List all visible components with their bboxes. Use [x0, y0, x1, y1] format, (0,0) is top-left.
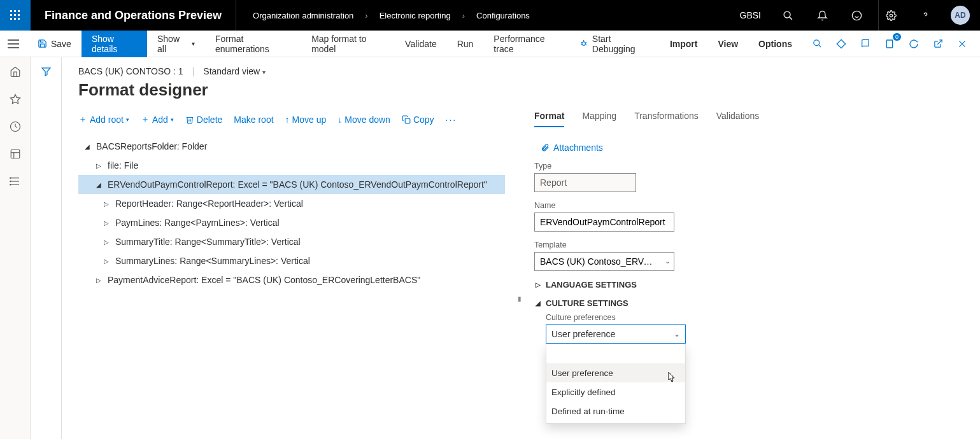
map-format-to-model-button[interactable]: Map format to model	[301, 31, 395, 57]
twisty-collapsed-icon[interactable]: ▷	[94, 277, 104, 284]
svg-point-9	[784, 11, 790, 18]
format-enumerations-button[interactable]: Format enumerations	[205, 31, 301, 57]
move-up-button[interactable]: ↑Move up	[285, 115, 327, 125]
start-debugging-button[interactable]: Start Debugging	[569, 31, 659, 57]
settings-button[interactable]	[878, 0, 904, 31]
copy-icon	[402, 115, 411, 124]
template-combo[interactable]: ⌄	[534, 252, 674, 271]
culture-preferences-combo[interactable]: User preference ⌄	[546, 324, 686, 344]
run-button[interactable]: Run	[447, 31, 484, 57]
twisty-collapsed-icon[interactable]: ▷	[101, 258, 111, 265]
copy-button[interactable]: Copy	[402, 115, 434, 125]
tab-mapping[interactable]: Mapping	[582, 111, 616, 127]
chevron-right-icon: ›	[462, 11, 465, 20]
twisty-expanded-icon[interactable]: ◢	[82, 143, 92, 150]
tree-node[interactable]: ◢BACSReportsFolder: Folder	[78, 137, 505, 156]
rail-home-button[interactable]	[10, 66, 21, 80]
twisty-expanded-icon[interactable]: ◢	[94, 181, 104, 188]
notification-count-button[interactable]: 0	[881, 35, 898, 53]
tree-node-label: PaymentAdviceReport: Excel = "BACS (UK) …	[104, 275, 420, 285]
divider: |	[192, 66, 195, 76]
search-button[interactable]	[775, 0, 800, 31]
user-avatar[interactable]: AD	[951, 6, 970, 25]
refresh-button[interactable]	[905, 35, 923, 53]
culture-preferences-label: Culture preferences	[546, 313, 963, 322]
dropdown-option-explicitly-defined[interactable]: Explicitly defined	[546, 382, 685, 401]
app-launcher-button[interactable]	[0, 0, 31, 31]
svg-rect-7	[14, 18, 16, 20]
dropdown-option-defined-at-runtime[interactable]: Defined at run-time	[546, 401, 685, 421]
svg-line-10	[790, 17, 792, 19]
type-label: Type	[534, 162, 963, 171]
star-icon	[10, 94, 21, 105]
svg-point-26	[814, 40, 820, 46]
move-down-button[interactable]: ↓Move down	[337, 115, 390, 125]
rail-favorites-button[interactable]	[10, 94, 21, 107]
page-title: Format designer	[78, 80, 505, 100]
add-button[interactable]: ＋Add▾	[141, 114, 174, 125]
close-button[interactable]	[953, 35, 971, 53]
feedback-button[interactable]	[844, 0, 869, 31]
notifications-button[interactable]	[809, 0, 835, 31]
import-menu[interactable]: Import	[660, 31, 708, 57]
breadcrumb-item[interactable]: Configurations	[476, 11, 530, 20]
rail-recent-button[interactable]	[10, 121, 21, 134]
tab-transformations[interactable]: Transformations	[634, 111, 699, 127]
name-field[interactable]	[534, 213, 674, 232]
help-button[interactable]	[913, 0, 938, 31]
attachments-link[interactable]: Attachments	[541, 143, 963, 153]
rail-workspaces-button[interactable]	[10, 148, 21, 162]
more-button[interactable]: ···	[446, 115, 457, 125]
close-icon	[958, 39, 967, 48]
tree-node[interactable]: ▷SummaryLines: Range<SummaryLines>: Vert…	[78, 251, 505, 270]
show-all-menu[interactable]: Show all▾	[147, 31, 205, 57]
attachment-button[interactable]	[856, 35, 874, 53]
company-code[interactable]: GBSI	[735, 10, 766, 20]
tree-toolbar: ＋Add root▾ ＋Add▾ Delete Make root ↑Move …	[78, 114, 505, 125]
search-command[interactable]	[802, 31, 832, 57]
chevron-right-icon: ›	[365, 11, 367, 20]
tab-format[interactable]: Format	[534, 111, 564, 127]
tree-node[interactable]: ▷ReportHeader: Range<ReportHeader>: Vert…	[78, 194, 505, 213]
validate-button[interactable]: Validate	[395, 31, 447, 57]
save-label: Save	[51, 39, 71, 49]
view-menu[interactable]: View	[707, 31, 748, 57]
filter-button[interactable]	[41, 66, 52, 439]
show-details-button[interactable]: Show details	[82, 31, 147, 57]
language-settings-header[interactable]: ▷LANGUAGE SETTINGS	[536, 280, 963, 289]
breadcrumb-item[interactable]: Organization administration	[253, 11, 353, 20]
splitter-handle[interactable]: ▮	[518, 66, 522, 439]
performance-trace-button[interactable]: Performance trace	[483, 31, 569, 57]
type-field[interactable]	[534, 173, 636, 192]
rail-modules-button[interactable]	[10, 176, 21, 189]
culture-settings-header[interactable]: ◢CULTURE SETTINGS	[536, 298, 963, 308]
tree-node[interactable]: ▷PaymentAdviceReport: Excel = "BACS (UK)…	[78, 270, 505, 289]
save-button[interactable]: Save	[27, 31, 82, 57]
add-root-button[interactable]: ＋Add root▾	[78, 114, 129, 125]
make-root-button[interactable]: Make root	[234, 115, 273, 125]
delete-button[interactable]: Delete	[185, 115, 222, 125]
chevron-down-icon: ▾	[192, 40, 195, 47]
twisty-collapsed-icon[interactable]: ▷	[101, 220, 111, 226]
tree-node[interactable]: ▷SummaryTitle: Range<SummaryTitle>: Vert…	[78, 232, 505, 251]
view-selector[interactable]: Standard view▾	[203, 66, 266, 76]
svg-marker-28	[837, 39, 845, 48]
options-menu[interactable]: Options	[748, 31, 802, 57]
twisty-collapsed-icon[interactable]: ▷	[101, 239, 111, 246]
template-field[interactable]	[534, 252, 674, 271]
twisty-collapsed-icon[interactable]: ▷	[101, 200, 111, 207]
nav-toggle-button[interactable]	[0, 31, 27, 57]
related-info-button[interactable]	[832, 35, 850, 53]
tree-node[interactable]: ▷PaymLines: Range<PaymLines>: Vertical	[78, 213, 505, 232]
clock-icon	[10, 121, 21, 132]
twisty-collapsed-icon[interactable]: ▷	[94, 162, 104, 169]
content: BACS (UK) CONTOSO : 1 | Standard view▾ F…	[62, 57, 980, 439]
dropdown-option-user-preference[interactable]: User preference	[546, 363, 685, 382]
dropdown-blank-option[interactable]	[546, 347, 685, 363]
tab-validations[interactable]: Validations	[716, 111, 759, 127]
format-tree-pane: BACS (UK) CONTOSO : 1 | Standard view▾ F…	[78, 66, 505, 439]
breadcrumb-item[interactable]: Electronic reporting	[380, 11, 451, 20]
open-new-window-button[interactable]	[929, 35, 947, 53]
tree-node-selected[interactable]: ◢ERVendOutPaymControlReport: Excel = "BA…	[78, 175, 505, 194]
tree-node[interactable]: ▷file: File	[78, 156, 505, 175]
